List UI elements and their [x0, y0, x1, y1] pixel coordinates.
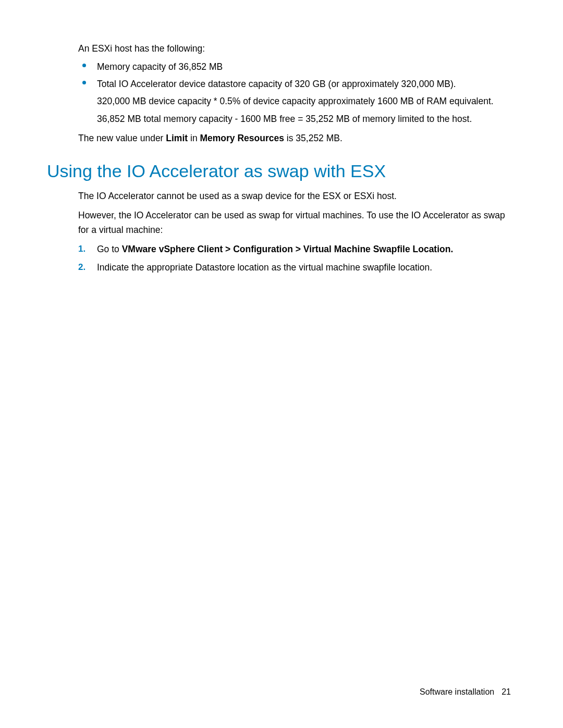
numbered-list: 1. Go to VMware vSphere Client > Configu… — [78, 242, 516, 275]
bullet-icon — [82, 81, 86, 84]
bullet-icon — [82, 64, 86, 67]
bullet-subtext: 320,000 MB device capacity * 0.5% of dev… — [97, 94, 516, 108]
section-heading: Using the IO Accelerator as swap with ES… — [47, 160, 516, 182]
list-item: 2. Indicate the appropriate Datastore lo… — [78, 261, 516, 275]
page-number: 21 — [501, 687, 511, 696]
bullet-list: Memory capacity of 36,852 MB Total IO Ac… — [78, 60, 516, 126]
summary-paragraph: The new value under Limit in Memory Reso… — [78, 131, 516, 145]
bold-text: VMware vSphere Client > Configuration > … — [122, 244, 454, 254]
list-item: 1. Go to VMware vSphere Client > Configu… — [78, 242, 516, 256]
step-text: Indicate the appropriate Datastore locat… — [97, 262, 432, 273]
paragraph: However, the IO Accelerator can be used … — [78, 208, 516, 237]
text-span: The new value under — [78, 133, 166, 143]
bold-text: Limit — [166, 133, 188, 143]
document-page: An ESXi host has the following: Memory c… — [0, 0, 563, 728]
bullet-text: Memory capacity of 36,852 MB — [97, 61, 223, 72]
step-number: 1. — [78, 242, 85, 256]
bullet-item: Memory capacity of 36,852 MB — [78, 60, 516, 74]
page-footer: Software installation21 — [420, 687, 511, 697]
section-content: The IO Accelerator cannot be used as a s… — [78, 189, 516, 275]
step-text: Go to — [97, 244, 122, 254]
bullet-text: Total IO Accelerator device datastore ca… — [97, 79, 456, 89]
intro-paragraph: An ESXi host has the following: — [78, 42, 516, 56]
text-span: is 35,252 MB. — [284, 133, 342, 143]
bullet-subtext: 36,852 MB total memory capacity - 1600 M… — [97, 112, 516, 126]
paragraph: The IO Accelerator cannot be used as a s… — [78, 189, 516, 203]
step-number: 2. — [78, 261, 85, 274]
content-block: An ESXi host has the following: Memory c… — [78, 42, 516, 145]
bullet-item: Total IO Accelerator device datastore ca… — [78, 77, 516, 126]
text-span: in — [188, 133, 200, 143]
bold-text: Memory Resources — [200, 133, 284, 143]
footer-section-label: Software installation — [420, 687, 494, 696]
